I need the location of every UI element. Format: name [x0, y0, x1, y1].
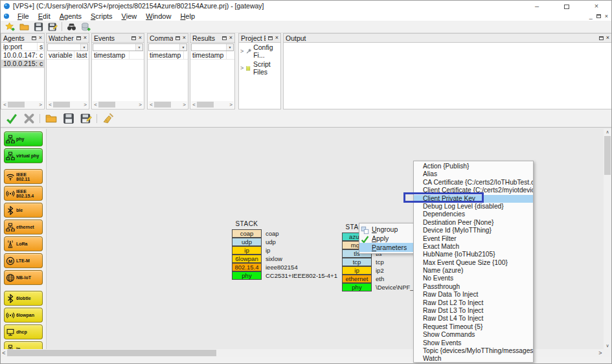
scroll-thumb[interactable]	[604, 136, 611, 175]
commands-col-timestamp[interactable]: timestamp	[148, 51, 184, 59]
stack-cell-phy[interactable]: phy	[232, 271, 262, 280]
palette-item-nb-iot[interactable]: NB-IoT	[4, 270, 43, 285]
stack-cell-tcp[interactable]: tcp	[342, 258, 372, 266]
scroll-left-icon[interactable]: <	[93, 102, 98, 108]
stack-802154[interactable]: STACKcoapcoapudpudpipip6lowpansixlow802.…	[232, 220, 337, 280]
scroll-thumb[interactable]	[53, 102, 70, 108]
menu-file[interactable]: File	[13, 12, 34, 20]
menu-agents[interactable]: Agents	[55, 12, 86, 20]
scroll-track[interactable]	[154, 102, 181, 108]
mdi-restore-icon[interactable]	[596, 14, 601, 18]
close-icon[interactable]: ×	[275, 35, 278, 41]
results-hscrollbar[interactable]: < >	[191, 101, 234, 108]
results-col-timestamp[interactable]: timestamp	[190, 51, 227, 59]
watcher-col-variable[interactable]: variable	[47, 51, 74, 59]
scroll-left-icon[interactable]: <	[2, 102, 8, 108]
parameters-menu-item-raw-dst-l2-to-inject[interactable]: Raw Dst L2 To Inject	[414, 299, 533, 307]
close-icon[interactable]: ×	[606, 35, 609, 41]
palette-item-ethernet[interactable]: ethernet	[4, 220, 43, 234]
scroll-right-icon[interactable]: >	[82, 102, 88, 108]
parameters-menu-item-event-filter[interactable]: Event Filter	[414, 235, 533, 243]
canvas-clean-button[interactable]	[99, 111, 117, 126]
tree-item-script-files[interactable]: >Script Files	[239, 60, 280, 76]
float-icon[interactable]	[176, 36, 180, 40]
events-col-timestamp[interactable]: timestamp	[92, 51, 130, 59]
scroll-left-icon[interactable]: <	[47, 102, 53, 108]
menu-help[interactable]: Help	[176, 12, 199, 20]
mdi-minimize-button[interactable]: _	[589, 13, 593, 19]
find-button[interactable]	[64, 21, 78, 33]
float-icon[interactable]	[32, 36, 36, 40]
agents-col-ipport[interactable]: ip:port	[1, 43, 38, 51]
canvas-save-as-button[interactable]	[77, 111, 95, 126]
close-button[interactable]: ×	[582, 1, 611, 11]
float-icon[interactable]	[76, 36, 81, 40]
parameters-menu-item-action[interactable]: Action {Publish}	[414, 163, 533, 170]
agents-col-status[interactable]: s	[38, 43, 44, 51]
commands-filter-combobox[interactable]: ▼	[148, 43, 187, 51]
parameters-menu-item-passthrough[interactable]: Passthrough	[414, 283, 533, 291]
restore-button[interactable]	[552, 1, 582, 11]
close-icon[interactable]: ×	[39, 35, 42, 41]
palette-item-ieee-802-11[interactable]: IEEE 802.11	[4, 169, 43, 184]
parameters-menu-item-ca-certificate[interactable]: CA Certificate {C:/certs2/IoTHubTest.cer…	[414, 179, 533, 187]
stack-cell-ip[interactable]: ip	[342, 266, 372, 275]
parameters-menu-item-watch[interactable]: Watch	[414, 355, 533, 363]
parameters-menu-item-dependencies[interactable]: Dependencies	[414, 210, 533, 218]
parameters-menu-item-no-events[interactable]: No Events	[414, 275, 533, 282]
parameters-menu-item-raw-data-to-inject[interactable]: Raw Data To Inject	[414, 291, 533, 299]
scroll-right-icon[interactable]: >	[137, 102, 143, 108]
close-icon[interactable]: ×	[229, 35, 232, 41]
parameters-menu-item-name-azure[interactable]: Name (azure)	[414, 267, 533, 275]
parameters-menu-item-exact-match[interactable]: Exact Match	[414, 243, 533, 251]
stack-cell-ethernet[interactable]: ethernet	[342, 275, 372, 283]
scroll-thumb[interactable]	[98, 102, 115, 108]
agents-hscrollbar[interactable]: < >	[2, 101, 43, 108]
parameters-menu-item-topic[interactable]: Topic {devices/MyIoTThing/messages/event…	[414, 347, 533, 355]
parameters-menu-item-raw-dst-l3-to-inject[interactable]: Raw Dst L3 To Inject	[414, 307, 533, 315]
scroll-right-icon[interactable]: >	[597, 350, 604, 356]
save-button[interactable]	[31, 21, 45, 33]
scroll-thumb[interactable]	[197, 102, 214, 108]
watcher-filter-combobox[interactable]: ▼	[47, 43, 88, 51]
scroll-track[interactable]	[197, 102, 228, 108]
menu-edit[interactable]: Edit	[34, 12, 55, 20]
float-icon[interactable]	[268, 36, 273, 40]
scroll-left-icon[interactable]: <	[191, 102, 197, 108]
scroll-thumb[interactable]	[7, 350, 216, 356]
scroll-right-icon[interactable]: >	[181, 102, 187, 108]
menu-scripts[interactable]: Scripts	[86, 12, 117, 20]
add-agent-button[interactable]	[78, 21, 93, 33]
scroll-up-icon[interactable]: ∧	[604, 129, 611, 135]
parameters-menu-item-alias[interactable]: Alias	[414, 170, 533, 178]
events-table-header[interactable]: timestamp	[92, 51, 144, 60]
watcher-col-last[interactable]: last	[74, 51, 89, 59]
minimize-button[interactable]: –	[522, 1, 552, 11]
palette-item-phy[interactable]: phy	[4, 131, 43, 146]
scroll-left-icon[interactable]: <	[148, 102, 154, 108]
scroll-thumb[interactable]	[8, 102, 25, 108]
palette-item-dhcp[interactable]: dhcp	[4, 324, 43, 339]
canvas-save-button[interactable]	[60, 111, 77, 126]
events-hscrollbar[interactable]: < >	[93, 101, 143, 108]
palette-item-ip[interactable]: ip	[4, 341, 43, 349]
float-icon[interactable]	[599, 36, 604, 40]
tree-item-config-fi[interactable]: >Config Fi...	[239, 43, 280, 60]
results-table-header[interactable]: timestamp	[190, 51, 234, 60]
stack-cell-udp[interactable]: udp	[232, 238, 262, 246]
canvas-vscrollbar[interactable]: ∧ ∨	[604, 129, 611, 349]
open-button[interactable]	[17, 21, 31, 33]
scroll-right-icon[interactable]: >	[38, 102, 43, 108]
events-filter-combobox[interactable]: ▼	[93, 43, 143, 51]
menu-window[interactable]: Window	[141, 12, 176, 20]
canvas-delete-button[interactable]	[20, 111, 38, 126]
agent-row[interactable]: 10.0.0.147:2105c	[1, 51, 44, 60]
parameters-menu-item-request-timeout[interactable]: Request Timeout {5}	[414, 323, 533, 331]
commands-table-header[interactable]: timestamp	[148, 51, 188, 60]
palette-item-ieee-802-15-4[interactable]: IEEE 802.15.4	[4, 186, 43, 201]
watcher-table-header[interactable]: variable last	[47, 51, 89, 60]
menu-view[interactable]: View	[117, 12, 142, 20]
parameters-menu-item-max-event-queue-size[interactable]: Max Event Queue Size {100}	[414, 259, 533, 267]
agent-row[interactable]: 10.0.0.215:2105c	[1, 60, 44, 68]
parameters-menu-item-show-events[interactable]: Show Events	[414, 339, 533, 347]
